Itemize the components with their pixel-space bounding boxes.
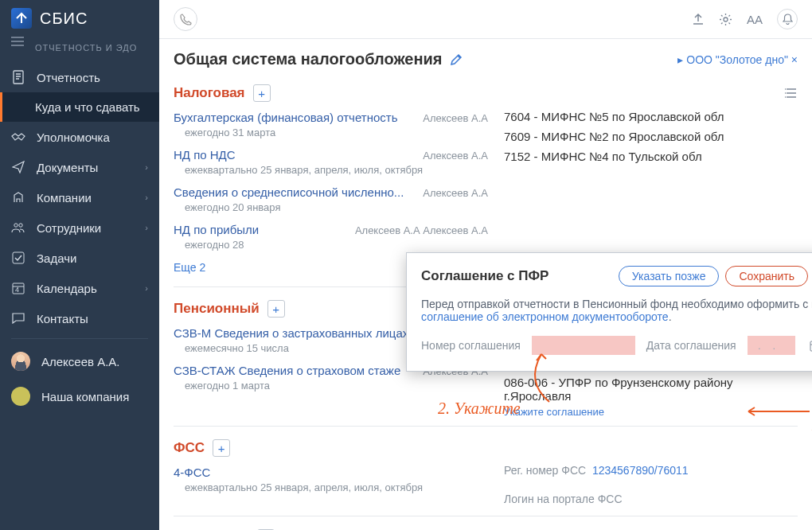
- check-icon: [11, 251, 25, 265]
- main: AA Общая система налогообложения ▸ ООО "…: [159, 0, 812, 530]
- org-link[interactable]: ▸ ООО "Золотое дно" ×: [677, 53, 798, 66]
- nav: Отчетность Куда и что сдавать Уполномочк…: [0, 62, 159, 414]
- company-avatar-icon: [11, 387, 30, 406]
- nav-label: Куда и что сдавать: [35, 100, 140, 114]
- nav-label: Контакты: [37, 312, 88, 325]
- authority-item: 7604 - МИФНС №5 по Ярославской обл: [504, 107, 798, 127]
- report-link[interactable]: СЗВ-СТАЖ Сведения о страховом стаже: [174, 364, 400, 377]
- add-button[interactable]: +: [253, 84, 271, 102]
- author-label: Алексеев А.А Алексеев А.А: [355, 224, 488, 236]
- handshake-icon: [11, 130, 25, 144]
- report-link[interactable]: НД по прибыли: [174, 223, 259, 236]
- svg-rect-0: [14, 71, 23, 84]
- agreement-date-input[interactable]: [748, 336, 795, 355]
- brand-name: СБИС: [40, 10, 88, 28]
- chevron-right-icon: ›: [145, 193, 148, 202]
- nav-label: Наша компания: [41, 390, 129, 403]
- specify-agreement-link[interactable]: Укажите соглашение: [504, 406, 798, 418]
- author-label: Алексеев А.А: [423, 150, 488, 162]
- fss-login-label: Логин на портале ФСС: [504, 490, 798, 508]
- logo-icon: [11, 8, 32, 29]
- report-item: 4-ФСС ежеквартально 25 января, апреля, и…: [174, 462, 488, 499]
- topbar: AA: [159, 0, 812, 38]
- nav-item-auth[interactable]: Уполномочка: [0, 122, 159, 152]
- nav-label: Сотрудники: [37, 221, 101, 235]
- send-icon: [11, 160, 25, 174]
- calendar-icon: 4: [11, 281, 25, 295]
- authority-item: 7609 - МИФНС №2 по Ярославской обл: [504, 127, 798, 146]
- nav-label: Алексеев А.А.: [41, 355, 120, 368]
- section-title: Налоговая: [174, 85, 245, 101]
- upload-icon[interactable]: [692, 13, 705, 25]
- report-link[interactable]: СЗВ-М Сведения о застрахованных лицах: [174, 326, 408, 340]
- chevron-right-icon: ›: [145, 283, 148, 293]
- number-label: Номер соглашения: [421, 339, 521, 352]
- nav-item-employees[interactable]: Сотрудники ›: [0, 212, 159, 243]
- later-button[interactable]: Указать позже: [619, 266, 720, 286]
- report-schedule: ежегодно 28: [174, 236, 488, 252]
- chevron-right-icon: ›: [145, 223, 148, 232]
- fss-reg-row: Рег. номер ФСС 1234567890/76011: [504, 462, 798, 479]
- add-button[interactable]: +: [213, 439, 230, 457]
- menu-icon[interactable]: [11, 37, 24, 46]
- nav-item-calendar[interactable]: 4 Календарь ›: [0, 273, 159, 303]
- edo-agreement-link[interactable]: соглашение об электронном документооборо…: [421, 310, 669, 323]
- page-head: Общая система налогообложения ▸ ООО "Зол…: [174, 39, 798, 80]
- nav-item-tasks[interactable]: Задачи: [0, 243, 159, 273]
- author-label: Алексеев А.А: [423, 187, 488, 199]
- report-link[interactable]: Бухгалтерская (финансовая) отчетность: [174, 111, 397, 124]
- bell-icon[interactable]: [777, 9, 798, 29]
- edit-icon[interactable]: [450, 53, 463, 66]
- nav-item-companies[interactable]: Компании ›: [0, 182, 159, 212]
- list-view-icon[interactable]: [785, 88, 798, 98]
- nav-item-reports[interactable]: Отчетность: [0, 62, 159, 92]
- svg-point-5: [724, 18, 728, 21]
- company-icon: [11, 190, 25, 205]
- report-link[interactable]: НД по НДС: [174, 148, 236, 162]
- modal-title: Соглашение с ПФР: [421, 268, 548, 284]
- report-schedule: ежеквартально 25 января, апреля, июля, о…: [174, 479, 488, 495]
- font-size-icon[interactable]: AA: [747, 13, 763, 26]
- brand-subtitle: ОТЧЕТНОСТЬ И ЭДО: [0, 37, 159, 62]
- avatar: [11, 352, 30, 371]
- fss-reg-number[interactable]: 1234567890/76011: [592, 464, 689, 477]
- brand: СБИС: [0, 0, 159, 37]
- report-schedule: ежегодно 31 марта: [174, 124, 488, 140]
- section-stat-head: Статистика + 12345678: [174, 524, 488, 530]
- separator: [11, 338, 148, 339]
- nav-item-docs[interactable]: Документы ›: [0, 152, 159, 182]
- modal-body: Перед отправкой отчетности в Пенсионный …: [421, 288, 812, 323]
- chat-icon: [11, 311, 25, 325]
- section-fss-head: ФСС +: [174, 435, 798, 462]
- divider: [174, 426, 798, 427]
- call-button[interactable]: [174, 7, 197, 31]
- calendar-picker-icon[interactable]: [810, 340, 812, 352]
- report-schedule: ежегодно 20 января: [174, 199, 488, 215]
- nav-label: Уполномочка: [37, 131, 110, 144]
- nav-label: Задачи: [37, 251, 76, 265]
- nav-item-where-submit[interactable]: Куда и что сдавать: [0, 92, 159, 122]
- report-schedule: ежегодно 1 марта: [174, 377, 488, 393]
- nav-item-contacts[interactable]: Контакты: [0, 303, 159, 333]
- report-item: НД по НДС Алексеев А.А ежеквартально 25 …: [174, 144, 488, 181]
- report-link[interactable]: Сведения о среднесписочной численно...: [174, 185, 404, 199]
- document-icon: [11, 70, 25, 84]
- nav-item-user[interactable]: Алексеев А.А.: [0, 344, 159, 379]
- save-button[interactable]: Сохранить: [725, 266, 808, 286]
- sidebar: СБИС ОТЧЕТНОСТЬ И ЭДО Отчетность Куда и …: [0, 0, 159, 530]
- svg-point-1: [14, 224, 18, 227]
- report-item: Бухгалтерская (финансовая) отчетность Ал…: [174, 107, 488, 144]
- section-tax-head: Налоговая +: [174, 80, 798, 107]
- nav-label: Отчетность: [37, 71, 100, 84]
- nav-label: Компании: [37, 191, 92, 205]
- nav-item-our-company[interactable]: Наша компания: [0, 379, 159, 414]
- chevron-right-icon: ›: [145, 162, 148, 172]
- date-label: Дата соглашения: [646, 339, 736, 352]
- report-item: Сведения о среднесписочной численно... А…: [174, 181, 488, 219]
- divider: [174, 516, 798, 516]
- add-button[interactable]: +: [267, 300, 285, 318]
- report-link[interactable]: 4-ФСС: [174, 466, 210, 479]
- gear-icon[interactable]: [719, 13, 732, 26]
- agreement-number-input[interactable]: [532, 336, 635, 355]
- nav-label: Документы: [37, 161, 98, 174]
